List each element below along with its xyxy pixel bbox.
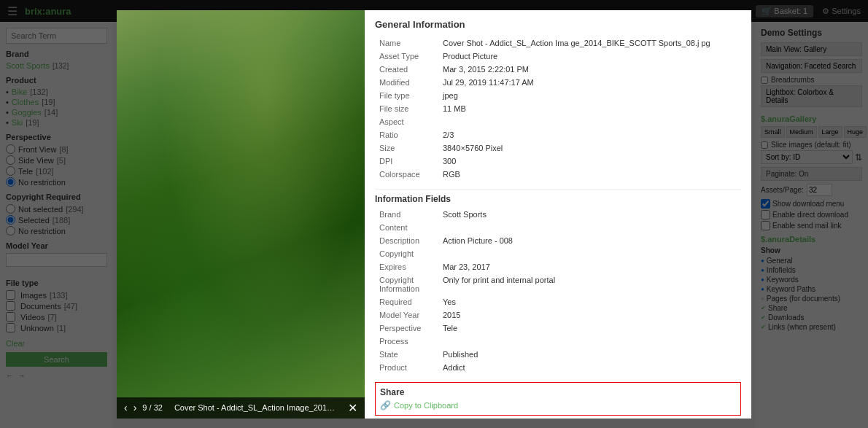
infofield-perspective: Perspective Tele (376, 322, 740, 334)
infofield-label: Perspective (376, 322, 438, 334)
field-asset-type: Asset Type Product Picture (376, 50, 740, 62)
field-label: Created (376, 63, 438, 75)
field-colorspace: Colorspace RGB (376, 168, 740, 180)
general-info-title: General Information (375, 19, 741, 30)
infofield-copyright: Copyright (376, 248, 740, 260)
infofield-label: Copyright Information (376, 274, 438, 295)
field-value (440, 116, 740, 128)
field-label: Ratio (376, 129, 438, 141)
infofield-label: Copyright (376, 248, 438, 260)
field-aspect: Aspect (376, 116, 740, 128)
infofield-model-year: Model Year 2015 (376, 309, 740, 321)
field-ratio: Ratio 2/3 (376, 129, 740, 141)
copy-to-clipboard-button[interactable]: 🔗 Copy to Clipboard (380, 400, 736, 411)
field-label: File type (376, 90, 438, 101)
field-value: Mar 3, 2015 2:22:01 PM (440, 63, 740, 75)
infofield-brand: Brand Scott Sports (376, 209, 740, 220)
field-value: 2/3 (440, 129, 740, 141)
infofield-label: Description (376, 235, 438, 246)
infofield-required: Required Yes (376, 296, 740, 308)
infofield-value: 2015 (440, 309, 740, 321)
field-value: 300 (440, 155, 740, 167)
field-value: Product Picture (440, 50, 740, 62)
modal-prev-button[interactable]: ‹ (124, 402, 128, 413)
infofield-label: Expires (376, 261, 438, 273)
modal-close-button[interactable]: ✕ (348, 401, 357, 415)
infofield-state: State Published (376, 349, 740, 360)
infofield-product: Product Addict (376, 362, 740, 373)
field-label: Name (376, 37, 438, 49)
share-section: Share 🔗 Copy to Clipboard (375, 382, 741, 416)
modal-filename: Cover Shot - Addict_SL_Action Image_2014… (174, 403, 336, 412)
clipboard-icon: 🔗 (380, 400, 391, 411)
infofield-value (440, 335, 740, 347)
infofield-value: Published (440, 349, 740, 360)
modal-nav-bar: ‹ › 9 / 32 Cover Shot - Addict_SL_Action… (117, 397, 365, 419)
infofield-label: State (376, 349, 438, 360)
infofield-value: Mar 23, 2017 (440, 261, 740, 273)
share-title: Share (380, 387, 736, 397)
modal-image-display (117, 10, 365, 419)
infofield-value: Addict (440, 362, 740, 373)
infofield-label: Content (376, 222, 438, 233)
modal-dialog: ‹ › 9 / 32 Cover Shot - Addict_SL_Action… (117, 10, 751, 419)
infofield-value: Tele (440, 322, 740, 334)
infofield-value: Scott Sports (440, 209, 740, 220)
field-file-type: File type jpeg (376, 90, 740, 101)
field-value: 11 MB (440, 103, 740, 114)
field-label: DPI (376, 155, 438, 167)
infofield-value (440, 248, 740, 260)
field-size: Size 3840×5760 Pixel (376, 142, 740, 154)
infofield-copyright-info: Copyright Information Only for print and… (376, 274, 740, 295)
infofield-label: Brand (376, 209, 438, 220)
general-info-table: Name Cover Shot - Addict_SL_Action Ima g… (375, 36, 741, 182)
field-label: Aspect (376, 116, 438, 128)
field-file-size: File size 11 MB (376, 103, 740, 114)
infofield-expires: Expires Mar 23, 2017 (376, 261, 740, 273)
infofield-value: Only for print and internal portal (440, 274, 740, 295)
infofield-description: Description Action Picture - 008 (376, 235, 740, 246)
infofield-value: Yes (440, 296, 740, 308)
infofield-value (440, 222, 740, 233)
infofield-label: Process (376, 335, 438, 347)
field-value: Jul 29, 2019 11:47:17 AM (440, 77, 740, 88)
modal-info-panel: General Information Name Cover Shot - Ad… (365, 10, 751, 419)
infofield-label: Product (376, 362, 438, 373)
field-label: Modified (376, 77, 438, 88)
field-label: Colorspace (376, 168, 438, 180)
field-dpi: DPI 300 (376, 155, 740, 167)
field-value: jpeg (440, 90, 740, 101)
info-fields-title: Information Fields (375, 189, 741, 204)
field-modified: Modified Jul 29, 2019 11:47:17 AM (376, 77, 740, 88)
modal-overlay[interactable]: ‹ › 9 / 32 Cover Shot - Addict_SL_Action… (0, 0, 868, 428)
clipboard-label: Copy to Clipboard (394, 401, 458, 410)
field-label: Asset Type (376, 50, 438, 62)
modal-image-panel: ‹ › 9 / 32 Cover Shot - Addict_SL_Action… (117, 10, 365, 419)
field-value: Cover Shot - Addict_SL_Action Ima ge_201… (440, 37, 740, 49)
infofield-process: Process (376, 335, 740, 347)
field-label: File size (376, 103, 438, 114)
info-fields-table: Brand Scott Sports Content Description A… (375, 207, 741, 375)
modal-next-button[interactable]: › (133, 402, 137, 413)
infofield-label: Model Year (376, 309, 438, 321)
field-value: RGB (440, 168, 740, 180)
field-created: Created Mar 3, 2015 2:22:01 PM (376, 63, 740, 75)
field-value: 3840×5760 Pixel (440, 142, 740, 154)
infofield-label: Required (376, 296, 438, 308)
field-name: Name Cover Shot - Addict_SL_Action Ima g… (376, 37, 740, 49)
infofield-content: Content (376, 222, 740, 233)
field-label: Size (376, 142, 438, 154)
infofield-value: Action Picture - 008 (440, 235, 740, 246)
modal-page-counter: 9 / 32 (142, 403, 163, 412)
